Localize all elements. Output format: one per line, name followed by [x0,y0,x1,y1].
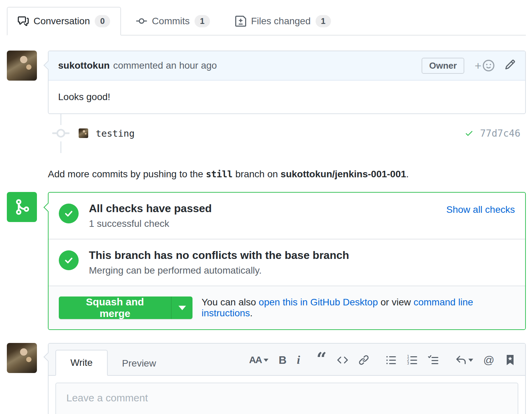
edit-comment-button[interactable] [505,59,516,72]
composer-card: Write Preview AA B i “ 123 [48,343,526,414]
chevron-down-icon [178,306,186,310]
bookmark-icon [505,355,516,365]
link-icon [358,355,369,365]
check-circle-icon [59,250,79,270]
ordered-list-button[interactable]: 123 [407,355,418,365]
tab-count: 0 [95,15,110,27]
merge-options-dropdown[interactable] [171,296,192,319]
branch-name: still [206,169,232,179]
comment-author[interactable]: sukottokun [58,60,110,71]
chevron-down-icon [264,359,268,362]
chevron-down-icon [468,359,473,362]
alt-text: or view [378,297,413,307]
reply-icon [455,355,466,365]
comment-composer: Write Preview AA B i “ 123 [7,343,526,414]
reference-button[interactable] [505,355,516,365]
pr-tab-nav: Conversation 0 Commits 1 Files changed 1 [7,7,526,36]
svg-text:3: 3 [407,361,409,365]
add-reaction-button[interactable]: + [475,59,494,72]
hint-text: branch on [233,169,281,179]
avatar[interactable] [7,51,37,81]
commit-row: testing 77d7c46 [0,124,526,143]
repo-name: sukottokun/jenkins-001-001 [281,169,406,179]
conflict-subtitle: Merging can be performed automatically. [89,265,349,276]
github-desktop-link[interactable]: open this in GitHub Desktop [259,297,378,307]
pencil-icon [505,59,516,70]
tasklist-icon [428,355,439,365]
tab-label: Conversation [34,16,90,27]
unordered-list-button[interactable] [386,355,397,365]
git-merge-icon [12,197,31,217]
comment-discussion-icon [18,16,29,27]
checks-subtitle: 1 successful check [89,218,212,229]
file-diff-icon [235,16,246,27]
italic-button[interactable]: i [297,354,300,367]
composer-header: Write Preview AA B i “ 123 [49,344,525,376]
push-hint: Add more commits by pushing to the still… [48,169,526,180]
tab-preview[interactable]: Preview [108,351,171,376]
owner-badge[interactable]: Owner [422,58,464,74]
comment-field-wrap [49,376,525,414]
git-merge-badge [7,192,37,222]
merge-section: All checks have passed 1 successful chec… [7,192,526,330]
merge-alternatives: You can also open this in GitHub Desktop… [201,297,515,319]
conflict-status-row: This branch has no conflicts with the ba… [49,239,525,286]
quote-button[interactable]: “ [317,356,327,364]
bold-button[interactable]: B [279,354,287,367]
text-size-button[interactable]: AA [249,355,268,365]
comment-card: sukottokun commented an hour ago Owner +… [48,51,526,114]
hint-text: . [406,169,409,179]
mention-button[interactable]: @ [483,354,494,367]
tab-label: Commits [152,16,189,27]
saved-replies-button[interactable] [455,355,473,365]
list-unordered-icon [386,355,397,365]
alt-text: . [250,308,253,318]
merge-actions: Squash and merge You can also open this … [49,286,525,329]
squash-and-merge-button[interactable]: Squash and merge [59,296,171,319]
list-ordered-icon: 123 [407,355,418,365]
avatar[interactable] [7,343,37,373]
comment-meta[interactable]: commented an hour ago [113,60,217,71]
tab-count: 1 [316,15,331,27]
tab-conversation[interactable]: Conversation 0 [7,7,121,36]
alt-text: You can also [201,297,258,307]
commit-message[interactable]: testing [96,128,135,139]
check-icon[interactable] [464,129,475,138]
git-commit-icon [136,16,147,27]
tab-write[interactable]: Write [55,350,108,376]
tab-commits[interactable]: Commits 1 [126,7,220,36]
comment-header: sukottokun commented an hour ago Owner + [49,51,525,81]
tab-count: 1 [195,15,210,27]
task-list-button[interactable] [428,355,439,365]
checks-title: All checks have passed [89,202,212,215]
commit-sha[interactable]: 77d7c46 [480,128,520,139]
checks-status-row: All checks have passed 1 successful chec… [49,193,525,239]
link-button[interactable] [358,355,369,365]
code-button[interactable] [337,355,348,365]
check-circle-icon [59,204,79,223]
hint-text: Add more commits by pushing to the [48,169,206,179]
timeline-comment: sukottokun commented an hour ago Owner +… [7,51,526,114]
show-all-checks-link[interactable]: Show all checks [446,204,515,215]
comment-body: Looks good! [49,81,525,113]
commit-timeline: testing 77d7c46 [0,114,532,153]
formatting-toolbar: AA B i “ 123 @ [249,354,516,367]
code-icon [337,355,348,365]
comment-input[interactable] [55,383,518,414]
tab-label: Files changed [251,16,310,27]
smiley-icon [483,60,494,71]
tab-files-changed[interactable]: Files changed 1 [225,7,341,36]
git-commit-icon [52,125,70,141]
avatar[interactable] [79,128,88,138]
merge-status-box: All checks have passed 1 successful chec… [48,192,526,330]
conflict-title: This branch has no conflicts with the ba… [89,249,349,262]
